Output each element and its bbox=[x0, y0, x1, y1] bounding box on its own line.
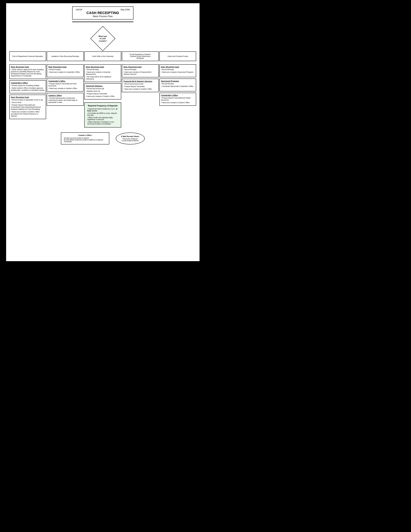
col2-box2: Comptroller's Office Prepare Deposit Tra… bbox=[47, 78, 84, 92]
col1-box2-bullet2: Notify Cashier's Office of tentative app… bbox=[11, 87, 45, 91]
col1-box3-bullet4: Hand-carry receipts to Cashier's Office … bbox=[11, 111, 45, 117]
col2-box3: Cashier's Office Provide training and/or… bbox=[47, 93, 84, 106]
col5-box2: Sponsored Programs Record Receipts Coord… bbox=[159, 78, 196, 91]
col3-box1-bullet3: See Policy ADV1.30 for additional instru… bbox=[86, 76, 120, 80]
diamond-text: What typeof cashreceipts? bbox=[96, 35, 110, 42]
col1-box3: Dept. Receiving Cash Record receipts on … bbox=[9, 95, 46, 119]
cashier-final-title: Cashier's Office bbox=[64, 134, 106, 136]
col5-box2-title: Sponsored Programs bbox=[161, 80, 195, 82]
col4-box1-title: Dept. Receiving Cash bbox=[123, 66, 157, 68]
col4-box1: Dept. Receiving Cash Record Receipts Han… bbox=[122, 64, 159, 77]
col2-box1-title: Dept. Receiving Cash bbox=[48, 66, 82, 68]
green-bullet3: Make credit card deposits daily, regardl… bbox=[87, 116, 118, 120]
cashier-final-box: Cashier's Office •Accept if process fund… bbox=[61, 132, 109, 144]
header-subtitle: Basic Process Flow bbox=[76, 15, 130, 18]
category-box-3: Cash Gifts to the University bbox=[84, 51, 121, 61]
col5-box2-bullet1: Record Receipts bbox=[161, 83, 195, 85]
col3-box2-bullet2: Maintain donor list bbox=[86, 90, 120, 92]
col3-box2: University Advance. Record and process g… bbox=[84, 83, 121, 99]
col2-box3-title: Cashier's Office bbox=[48, 95, 82, 96]
cashier-final-bullet2: •E-mail official numbered receipt to add… bbox=[64, 139, 106, 142]
col-3: Dept. Receiving Cash Record Receipts Han… bbox=[84, 64, 121, 129]
col2-box1: Dept. Receiving Cash Record receipts Han… bbox=[47, 64, 84, 77]
col4-box1-bullet1: Record Receipts bbox=[123, 68, 157, 71]
header-right: May 2006 bbox=[121, 8, 130, 11]
col1-box3-bullet3: Prepare Deposit Transmittal and reconcil… bbox=[11, 104, 45, 110]
diamond-container: What typeof cashreceipts? bbox=[9, 29, 196, 48]
header-title: CASH RECEIPTING bbox=[76, 11, 130, 15]
col3-box2-bullet1: Record and process gift bbox=[86, 87, 120, 90]
col2-box2-bullet2: Hand-carry receipts to Cashier's Office bbox=[48, 87, 82, 89]
col5-box3-title: Comptroller's Office bbox=[161, 94, 195, 96]
col2-box3-bullet1: Provide training and/or receipt book, en… bbox=[48, 97, 82, 103]
col1-box3-bullet1: Record receipts on adjustable record or … bbox=[11, 99, 45, 101]
col5-box1: Dept. Receiving Cash Record Receipts Han… bbox=[159, 64, 196, 77]
col5-box3-bullet1: Prepare Deposit Transmittal and related … bbox=[161, 97, 195, 101]
col1-box2-bullet1: Review request for receipting privilege bbox=[11, 85, 45, 86]
col1-box1-bullet1: Obtain advance approval for each receipt… bbox=[11, 68, 45, 77]
col4-box2-title: Financial Aid & Veteran's Services bbox=[123, 80, 157, 82]
col1-box2: Comptroller's Office Review request for … bbox=[9, 80, 46, 93]
col1-box1: Dept. Receiving Cash Obtain advance appr… bbox=[9, 64, 46, 79]
cashier-final-bullet1: •Accept if process funds for deposit. bbox=[64, 137, 106, 139]
page: UNCW May 2006 CASH RECEIPTING Basic Proc… bbox=[6, 3, 200, 261]
col-4: Dept. Receiving Cash Record Receipts Han… bbox=[122, 64, 159, 129]
col2-box2-title: Comptroller's Office bbox=[48, 80, 82, 82]
col-2: Dept. Receiving Cash Record receipts Han… bbox=[47, 64, 84, 129]
header-box: UNCW May 2006 CASH RECEIPTING Basic Proc… bbox=[72, 6, 133, 19]
bottom-row: Cashier's Office •Accept if process fund… bbox=[9, 132, 196, 144]
col1-box2-title: Comptroller's Office bbox=[11, 82, 45, 84]
col1-box3-bullet2: Secure funds bbox=[11, 101, 45, 104]
category-box-5: Grant and Contract Funds bbox=[159, 51, 196, 61]
category-row: Part of Department's Normal Operation Is… bbox=[9, 51, 196, 61]
col2-box1-bullet2: Hand-carry receipts to Comptroller's Off… bbox=[48, 71, 82, 73]
flow-row: Dept. Receiving Cash Obtain advance appr… bbox=[9, 64, 196, 129]
col3-box1-title: Dept. Receiving Cash bbox=[86, 66, 120, 68]
col2-box2-bullet1: Prepare Deposit Transmittal and other do… bbox=[48, 83, 82, 87]
col5-box3-bullet2: Hand-carry receipts to Cashier's Office bbox=[161, 102, 195, 104]
green-box-title: Required Frequency of Deposits bbox=[87, 105, 118, 107]
green-bullet1: Deposit all cash receipts by 2 p.m. at l… bbox=[87, 108, 118, 112]
col4-box2-bullet3: Hand-carry receipts to Cashier's Office bbox=[123, 88, 157, 90]
email-oval-text: Reconcile numberede-mail receipt to Bann… bbox=[119, 138, 141, 142]
col3-box1: Dept. Receiving Cash Record Receipts Han… bbox=[84, 64, 121, 82]
required-frequency-box: Required Frequency of Deposits Deposit a… bbox=[84, 102, 121, 127]
header-left: UNCW bbox=[76, 8, 82, 11]
col-1: Dept. Receiving Cash Obtain advance appr… bbox=[9, 64, 46, 129]
col5-box1-title: Dept. Receiving Cash bbox=[161, 66, 195, 68]
header-underline bbox=[72, 21, 133, 22]
col5-box1-bullet2: Hand-carry receipts to Sponsored Program… bbox=[161, 71, 195, 73]
green-bullet4: Make deposits of isolated or non-recurri… bbox=[87, 121, 118, 125]
col1-box3-title: Dept. Receiving Cash bbox=[11, 96, 45, 98]
col3-box1-bullet2: Hand-carry receipts to University Advanc… bbox=[86, 71, 120, 75]
category-box-4: Funds Awarded to Student:Outside Entity … bbox=[122, 51, 159, 61]
col3-box2-title: University Advance. bbox=[86, 85, 120, 87]
col3-box2-bullet3: Prepare Deposit Transmittal bbox=[86, 93, 120, 95]
col5-box1-bullet1: Record Receipts bbox=[161, 68, 195, 71]
col-5: Dept. Receiving Cash Record Receipts Han… bbox=[159, 64, 196, 129]
green-bullet2: If receipts are $250 or more, deposit th… bbox=[87, 112, 118, 116]
col3-box1-bullet1: Record Receipts bbox=[86, 68, 120, 71]
email-receipt-oval: E-Mail Receipt Owner Reconcile numberede… bbox=[116, 133, 145, 144]
col4-box2: Financial Aid & Veteran's Services Recor… bbox=[122, 79, 159, 92]
col3-box2-bullet4: Hand-carry receipts to Cashier's Office bbox=[86, 95, 120, 97]
email-oval-title: E-Mail Receipt Owner bbox=[119, 135, 141, 137]
col2-box1-bullet1: Record receipts bbox=[48, 68, 82, 71]
col1-box1-title: Dept. Receiving Cash bbox=[11, 66, 45, 68]
col4-box2-bullet2: Prepare Deposit Transmittal bbox=[123, 86, 157, 87]
category-box-1: Part of Department's Normal Operation bbox=[9, 51, 46, 61]
col5-box3: Comptroller's Office Prepare Deposit Tra… bbox=[159, 93, 196, 106]
col4-box1-bullet2: Hand-carry receipts to Financial Aid & V… bbox=[123, 71, 157, 75]
col5-box2-bullet2: Coordinate deposit with Comptroller's Of… bbox=[161, 85, 195, 87]
col4-box2-bullet1: Record and process funds bbox=[123, 83, 157, 85]
category-box-2: Isolated or Non-Recurring Receipts bbox=[47, 51, 84, 61]
